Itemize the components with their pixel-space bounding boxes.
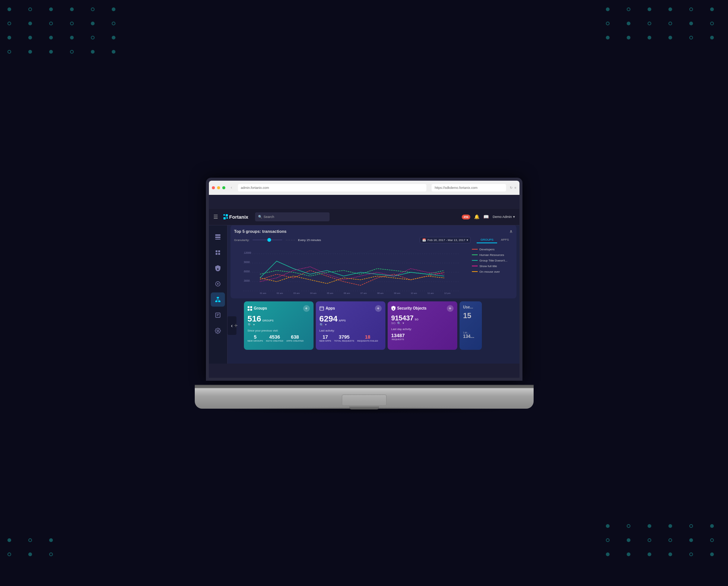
chart-controls: Granularity: · · · · · · Every 15 minute… <box>234 237 513 243</box>
users-stat-card: Use... 15 Las... 134... <box>460 301 482 350</box>
svg-text:9000: 9000 <box>244 261 250 263</box>
security-requests: 13487 REQUESTS <box>391 333 405 340</box>
notifications-icon[interactable]: 🔔 <box>474 214 480 219</box>
chart-tab-apps[interactable]: APPS <box>497 237 512 243</box>
legend-item-hr: Human Resources <box>472 253 513 257</box>
sidebar-item-settings[interactable] <box>211 324 225 338</box>
browser-reload[interactable]: ↻ <box>510 186 513 190</box>
security-sub-stats: 13487 REQUESTS <box>391 333 454 340</box>
hamburger-icon[interactable]: ☰ <box>213 214 218 220</box>
user-menu[interactable]: Demo Admin ▾ <box>493 215 515 219</box>
stat-cards-row: + Groups + <box>231 301 516 350</box>
granularity-label: Granularity: <box>234 238 249 242</box>
security-card-header: Security Objects + <box>391 305 454 312</box>
sidebar <box>209 211 228 364</box>
groups-keys-created: 4536 KEYS CREATED <box>266 334 283 342</box>
date-range-dropdown-icon: ▾ <box>467 238 468 242</box>
address-bar-main[interactable]: https://sdkdemo.fortanix.com <box>432 184 506 191</box>
apps-controls: 🔍 ▾ <box>320 323 382 327</box>
svg-point-12 <box>217 283 219 285</box>
svg-text:09 am: 09 am <box>394 292 400 294</box>
groups-filter-icon[interactable]: ▾ <box>253 323 255 326</box>
browser-back-btn[interactable]: ‹ <box>229 185 234 190</box>
browser-chrome: ‹ admin.fortanix.com https://sdkdemo.for… <box>209 181 519 195</box>
apps-add-button[interactable]: + <box>375 305 382 312</box>
groups-stat-card: Groups + 516 GROUPS 🔍 <box>244 301 314 350</box>
dot-grid-bottom-left <box>7 538 60 556</box>
svg-text:06 am: 06 am <box>344 292 350 294</box>
svg-rect-43 <box>250 309 252 311</box>
calendar-icon: 📅 <box>422 238 426 242</box>
apps-filter-icon[interactable]: ▾ <box>325 323 327 326</box>
alert-badge[interactable]: 456 <box>462 215 470 219</box>
security-controls: SO 🔍 ▾ <box>391 321 454 325</box>
apps-search-icon[interactable]: 🔍 <box>320 323 324 327</box>
dot-grid-bottom-right <box>606 524 721 556</box>
stat-cards-container: ‹ + <box>231 301 516 350</box>
security-card-title: Security Objects <box>391 306 427 311</box>
date-range-text: Feb 16, 2017 - Mar 13, 2017 <box>427 238 465 242</box>
groups-search-icon[interactable]: 🔍 <box>248 323 252 327</box>
svg-rect-42 <box>248 309 249 311</box>
user-name: Demo Admin <box>493 215 512 219</box>
svg-text:03 am: 03 am <box>293 292 300 294</box>
user-dropdown-icon: ▾ <box>513 215 515 219</box>
dot-grid-top-right <box>606 7 721 39</box>
granularity-dots: · · · · · · <box>286 238 295 242</box>
users-card-title-partial: Use... <box>463 305 478 309</box>
sidebar-item-plugins[interactable] <box>211 277 225 291</box>
apps-stat-card: Apps + 6294 APPS 🔍 <box>316 301 385 350</box>
sidebar-item-network[interactable] <box>211 292 225 307</box>
laptop-trackpad <box>342 395 387 406</box>
card-header: Top 5 groups: transactions ∧ <box>234 229 513 234</box>
svg-rect-40 <box>248 306 249 308</box>
sidebar-item-audit[interactable] <box>211 308 225 322</box>
groups-add-button[interactable]: + <box>303 305 310 312</box>
help-icon[interactable]: 📖 <box>483 214 489 219</box>
security-count: 915437 <box>391 315 414 321</box>
svg-rect-8 <box>218 250 220 252</box>
apps-requests-failed: 18 REQUESTS FAILED <box>357 334 378 342</box>
browser-close-dot <box>212 186 215 189</box>
groups-controls: 🔍 ▾ <box>248 323 310 327</box>
legend-item-group-title: Group Title Doesn't... <box>472 259 513 262</box>
apps-unit: APPS <box>338 319 346 322</box>
screen-inner: ‹ admin.fortanix.com https://sdkdemo.for… <box>209 181 519 378</box>
svg-text:05 am: 05 am <box>327 292 333 294</box>
sidebar-item-apps[interactable] <box>211 246 225 260</box>
collapse-button[interactable]: ∧ <box>509 229 513 234</box>
chart-title: Top 5 groups: transactions <box>234 229 287 234</box>
security-filter-chip[interactable]: SO <box>391 321 396 325</box>
granularity-value: Every 15 minutes <box>298 238 321 242</box>
security-icon <box>391 306 395 311</box>
chart-tab-groups[interactable]: GROUPS <box>477 237 497 243</box>
chart-area: 12000 9000 6000 3000 01 am 02 am 03 am <box>234 246 513 295</box>
address-bar[interactable]: admin.fortanix.com <box>238 184 427 191</box>
granularity-slider[interactable] <box>252 240 282 240</box>
svg-text:01 am: 01 am <box>260 292 266 294</box>
date-picker[interactable]: 📅 Feb 16, 2017 - Mar 13, 2017 ▾ <box>420 237 471 243</box>
browser-minimize-dot <box>217 186 220 189</box>
security-search-icon[interactable]: 🔍 <box>397 321 401 325</box>
security-filter-icon[interactable]: ▾ <box>403 321 404 325</box>
groups-icon <box>248 306 252 311</box>
search-bar[interactable]: 🔍 Search <box>255 212 330 221</box>
users-sub-partial: 134... <box>463 334 478 339</box>
svg-text:11 am: 11 am <box>427 292 434 294</box>
chart-legend: Developers Human Resources Group Title D… <box>472 246 513 295</box>
dot-grid-top-left <box>7 7 122 54</box>
security-objects-stat-card: Security Objects + 915437 SO <box>388 301 457 350</box>
laptop-device: ‹ admin.fortanix.com https://sdkdemo.for… <box>195 178 534 409</box>
security-add-button[interactable]: + <box>447 305 454 312</box>
svg-rect-14 <box>215 301 217 302</box>
svg-text:12000: 12000 <box>244 251 251 254</box>
svg-text:3000: 3000 <box>244 279 250 282</box>
browser-menu[interactable]: ≡ <box>514 186 516 190</box>
legend-item-on-mouse: On mouse over <box>472 270 513 273</box>
sidebar-item-groups[interactable] <box>211 230 225 244</box>
search-icon: 🔍 <box>258 215 262 219</box>
apps-card-header: Apps + <box>320 305 382 312</box>
carousel-prev-button[interactable]: ‹ <box>228 316 236 335</box>
apps-total-requests: 3795 TOTAL REQUESTS <box>334 334 354 342</box>
sidebar-item-security-objects[interactable] <box>211 261 225 275</box>
